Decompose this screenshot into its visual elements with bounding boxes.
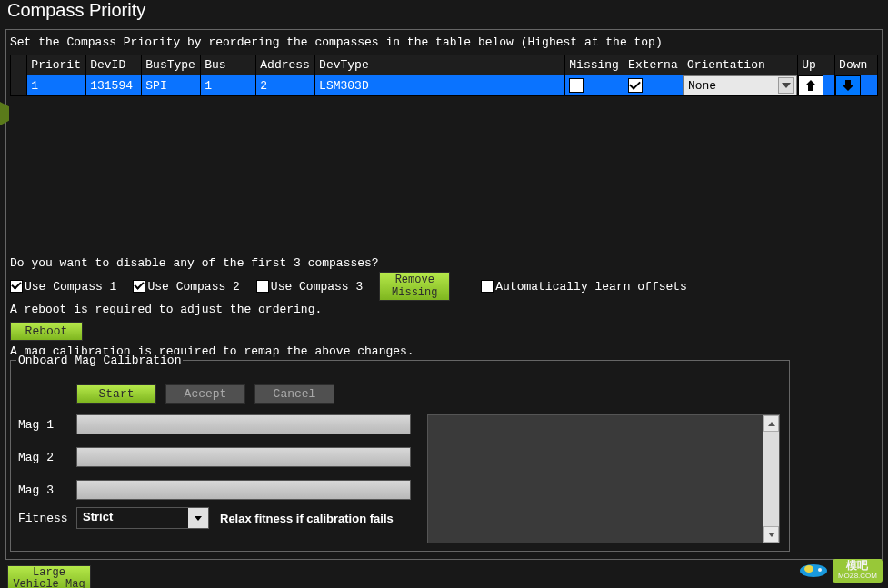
checkbox-icon — [481, 280, 494, 293]
svg-marker-3 — [768, 533, 775, 537]
cell-bustype[interactable]: SPI — [142, 75, 201, 96]
cell-up[interactable] — [798, 75, 835, 96]
instruction-text: Set the Compass Priority by reordering t… — [10, 35, 878, 49]
orientation-dropdown-icon[interactable] — [778, 77, 794, 94]
relax-fitness-label: Relax fitness if calibration fails — [220, 512, 394, 525]
use-compass-2-label: Use Compass 2 — [147, 280, 239, 294]
cancel-button: Cancel — [254, 384, 334, 404]
fitness-value: Strict — [77, 508, 188, 528]
use-compass-3-label: Use Compass 3 — [271, 280, 363, 294]
mag2-label: Mag 2 — [18, 451, 76, 464]
mag1-progress — [76, 414, 411, 434]
col-bus[interactable]: Bus — [201, 55, 256, 75]
use-compass-1-label: Use Compass 1 — [25, 280, 116, 294]
col-devid[interactable]: DevID — [86, 55, 142, 75]
cell-missing[interactable] — [565, 75, 624, 96]
watermark: 模吧 MOZ8.COM — [798, 559, 883, 583]
col-external[interactable]: Externa — [624, 55, 683, 75]
watermark-badge: 模吧 MOZ8.COM — [833, 559, 883, 583]
start-button[interactable]: Start — [76, 384, 156, 404]
use-compass-2-checkbox[interactable]: Use Compass 2 — [133, 280, 239, 294]
calibration-log[interactable] — [427, 414, 780, 543]
auto-learn-label: Automatically learn offsets — [495, 280, 687, 294]
move-up-button[interactable] — [798, 75, 823, 95]
mag3-label: Mag 3 — [18, 483, 76, 497]
orientation-value: None — [688, 79, 716, 93]
svg-marker-0 — [782, 83, 791, 88]
col-up[interactable]: Up — [798, 55, 835, 75]
svg-point-5 — [804, 565, 813, 573]
table-header-row: Priorit DevID BusType Bus Address DevTyp… — [11, 55, 878, 75]
cell-orientation[interactable]: None — [683, 75, 797, 96]
cell-address[interactable]: 2 — [256, 75, 315, 96]
mag1-label: Mag 1 — [18, 418, 76, 432]
cell-bus[interactable]: 1 — [201, 75, 256, 96]
accept-button: Accept — [165, 384, 245, 404]
col-address[interactable]: Address — [256, 55, 315, 75]
scroll-up-icon[interactable] — [763, 415, 779, 432]
cell-down[interactable] — [835, 75, 878, 96]
auto-learn-offsets-checkbox[interactable]: Automatically learn offsets — [481, 280, 687, 294]
col-down[interactable]: Down — [835, 55, 878, 75]
move-down-button[interactable] — [835, 75, 861, 95]
col-devtype[interactable]: DevType — [315, 55, 565, 75]
checkbox-icon — [133, 280, 145, 293]
remove-missing-button[interactable]: Remove Missing — [379, 272, 450, 301]
scrollbar-track[interactable] — [763, 432, 779, 526]
compass-table[interactable]: Priorit DevID BusType Bus Address DevTyp… — [10, 55, 878, 96]
use-compass-1-checkbox[interactable]: Use Compass 1 — [10, 280, 116, 294]
col-orientation[interactable]: Orientation — [683, 55, 797, 75]
page-title: Compass Priority — [0, 0, 888, 25]
col-missing[interactable]: Missing — [565, 55, 624, 75]
fitness-label: Fitness — [18, 512, 76, 525]
large-vehicle-mag-button[interactable]: Large Vehicle Mag — [7, 565, 91, 588]
col-priority[interactable]: Priorit — [27, 55, 86, 75]
mag3-progress — [76, 480, 411, 500]
use-compass-3-checkbox[interactable]: Use Compass 3 — [256, 280, 363, 294]
col-bustype[interactable]: BusType — [142, 55, 201, 75]
missing-checkbox[interactable] — [569, 78, 584, 93]
cell-devtype[interactable]: LSM303D — [315, 75, 565, 96]
cell-priority[interactable]: 1 — [27, 75, 86, 96]
svg-marker-2 — [768, 422, 775, 426]
watermark-icon — [798, 561, 829, 581]
svg-point-4 — [800, 564, 827, 577]
fieldset-legend: Onboard Mag Calibration — [16, 354, 183, 367]
checkbox-icon — [256, 280, 269, 293]
reboot-button[interactable]: Reboot — [10, 322, 83, 341]
fitness-dropdown[interactable]: Strict — [76, 507, 209, 529]
onboard-mag-calibration-group: Onboard Mag Calibration Start Accept Can… — [10, 360, 790, 552]
scroll-down-icon[interactable] — [763, 526, 779, 543]
compass-priority-panel: Set the Compass Priority by reordering t… — [5, 29, 883, 560]
log-scrollbar[interactable] — [763, 415, 779, 543]
svg-point-6 — [818, 568, 822, 572]
cell-external[interactable] — [624, 75, 683, 96]
row-header[interactable] — [11, 75, 27, 96]
disable-question: Do you want to disable any of the first … — [10, 256, 878, 270]
watermark-sub: MOZ8.COM — [838, 571, 877, 581]
dropdown-arrow-icon[interactable] — [188, 508, 208, 528]
mag2-progress — [76, 447, 411, 467]
col-select — [11, 55, 27, 75]
checkbox-icon — [10, 280, 23, 293]
table-row[interactable]: 1 131594 SPI 1 2 LSM303D None — [11, 75, 878, 96]
watermark-name: 模吧 — [846, 561, 868, 571]
external-checkbox[interactable] — [628, 78, 643, 93]
reboot-note: A reboot is required to adjust the order… — [10, 303, 878, 316]
cell-devid[interactable]: 131594 — [86, 75, 142, 96]
svg-marker-1 — [195, 516, 202, 521]
